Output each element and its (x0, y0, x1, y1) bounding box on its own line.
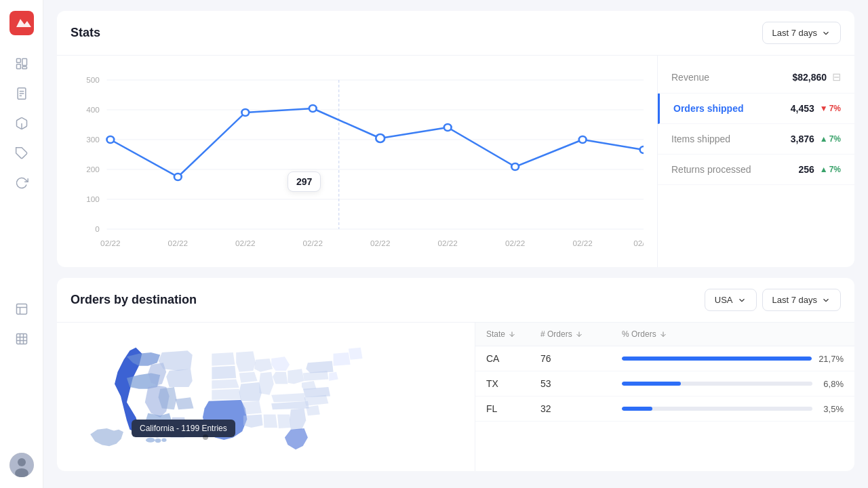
svg-text:02/22: 02/22 (303, 239, 323, 247)
sidebar-item-dashboard[interactable] (9, 52, 34, 76)
metric-revenue-right: $82,860 ⊟ (792, 70, 841, 83)
svg-text:02/22: 02/22 (633, 239, 644, 247)
svg-point-36 (174, 174, 182, 180)
col-header-pct[interactable]: % Orders (622, 329, 844, 339)
cell-state-fl: FL (486, 403, 540, 414)
cell-pct-ca: 21,7% (622, 354, 844, 364)
svg-rect-1 (16, 59, 20, 63)
metric-orders-badge: ▼ 7% (820, 104, 841, 113)
metric-revenue-value: $82,860 (792, 72, 827, 83)
col-header-orders[interactable]: # Orders (540, 329, 622, 339)
metric-items-right: 3,876 ▲ 7% (791, 134, 841, 144)
pct-bar-bg (622, 407, 812, 411)
metric-revenue[interactable]: Revenue $82,860 ⊟ (658, 61, 854, 94)
table-row[interactable]: TX 53 6,8% (475, 371, 854, 396)
svg-rect-11 (16, 304, 26, 314)
pct-label-ca: 21,7% (818, 354, 844, 364)
metric-items-value: 3,876 (791, 134, 814, 144)
sidebar-item-table[interactable] (9, 327, 34, 351)
col-header-state[interactable]: State (486, 329, 540, 339)
chevron-down-icon (821, 28, 831, 38)
metric-items-label: Items shipped (671, 134, 730, 144)
svg-point-38 (309, 105, 317, 112)
cell-state-tx: TX (486, 378, 540, 389)
sidebar-item-tags[interactable] (9, 141, 34, 165)
metric-returns-value: 256 (798, 164, 814, 175)
cell-orders-ca: 76 (540, 353, 622, 364)
metric-returns-badge: ▲ 7% (820, 165, 841, 174)
svg-text:100: 100 (86, 195, 100, 203)
svg-text:02/22: 02/22 (235, 239, 255, 247)
metrics-panel: Revenue $82,860 ⊟ Orders shipped 4,453 ▼… (658, 56, 854, 267)
main-content: Stats Last 7 days 297 (43, 0, 868, 488)
metric-orders-value: 4,453 (791, 103, 814, 114)
pct-bar-fill (622, 382, 681, 386)
pct-bar-bg (622, 357, 812, 361)
metric-items-shipped[interactable]: Items shipped 3,876 ▲ 7% (658, 124, 854, 155)
svg-point-39 (376, 134, 384, 142)
metric-orders-shipped[interactable]: Orders shipped 4,453 ▼ 7% (658, 94, 854, 124)
orders-table: State # Orders % Orders CA 76 (475, 323, 854, 471)
svg-text:0: 0 (95, 225, 100, 233)
svg-text:300: 300 (86, 136, 100, 144)
cell-orders-fl: 32 (540, 403, 622, 414)
orders-time-dropdown[interactable]: Last 7 days (762, 289, 842, 311)
svg-point-40 (444, 124, 452, 131)
chart-area: 297 500 400 300 200 100 (57, 56, 658, 267)
svg-text:500: 500 (86, 76, 100, 84)
orders-body: California - 1199 Entries State # Orders (57, 322, 854, 471)
orders-header: Orders by destination USA Last 7 days (57, 278, 854, 322)
pct-bar-fill (622, 357, 812, 361)
cell-orders-tx: 53 (540, 378, 622, 389)
metric-items-badge: ▲ 7% (820, 134, 841, 144)
stats-title: Stats (71, 26, 100, 40)
sidebar-item-refresh[interactable] (9, 171, 34, 195)
table-header: State # Orders % Orders (475, 323, 854, 346)
svg-rect-53 (90, 329, 455, 469)
map-tooltip: California - 1199 Entries (132, 420, 235, 437)
orders-destination-card: Orders by destination USA Last 7 days (57, 278, 854, 471)
chart-container: 297 500 400 300 200 100 (71, 66, 644, 256)
user-avatar[interactable] (9, 453, 34, 477)
app-logo[interactable] (9, 11, 34, 35)
sort-icon (508, 330, 516, 338)
svg-rect-2 (16, 64, 20, 69)
sidebar-item-packages[interactable] (9, 111, 34, 136)
svg-point-43 (640, 146, 644, 153)
table-row[interactable]: CA 76 21,7% (475, 346, 854, 371)
chevron-down-icon (821, 296, 831, 305)
sidebar-item-invoice[interactable] (9, 81, 34, 106)
country-dropdown[interactable]: USA (705, 289, 757, 311)
pct-bar-bg (622, 382, 812, 386)
pct-label-fl: 3,5% (819, 404, 844, 414)
svg-rect-14 (16, 334, 26, 344)
metric-returns-right: 256 ▲ 7% (798, 164, 841, 175)
sort-icon (575, 330, 583, 338)
svg-text:02/22: 02/22 (370, 239, 390, 247)
svg-point-35 (106, 136, 114, 143)
svg-rect-3 (22, 59, 26, 66)
stats-card-header: Stats Last 7 days (57, 11, 854, 55)
svg-point-37 (241, 109, 249, 116)
sidebar-item-layout[interactable] (9, 297, 34, 321)
svg-point-55 (155, 439, 161, 443)
stats-card: Stats Last 7 days 297 (57, 11, 854, 267)
metric-returns-label: Returns processed (671, 164, 751, 175)
svg-text:02/22: 02/22 (100, 239, 120, 247)
svg-text:02/22: 02/22 (572, 239, 592, 247)
svg-point-20 (18, 458, 26, 466)
usa-map (57, 323, 475, 471)
metric-returns[interactable]: Returns processed 256 ▲ 7% (658, 155, 854, 185)
svg-text:400: 400 (86, 106, 100, 114)
svg-point-54 (146, 438, 155, 443)
orders-title: Orders by destination (71, 293, 197, 307)
table-row[interactable]: FL 32 3,5% (475, 396, 854, 422)
metric-revenue-icon: ⊟ (832, 70, 841, 83)
stats-body: 297 500 400 300 200 100 (57, 55, 854, 267)
cell-state-ca: CA (486, 353, 540, 364)
svg-point-42 (579, 136, 587, 143)
stats-time-dropdown[interactable]: Last 7 days (762, 22, 842, 44)
svg-text:02/22: 02/22 (505, 239, 525, 247)
chevron-down-icon (737, 296, 747, 305)
map-area: California - 1199 Entries (57, 323, 475, 471)
